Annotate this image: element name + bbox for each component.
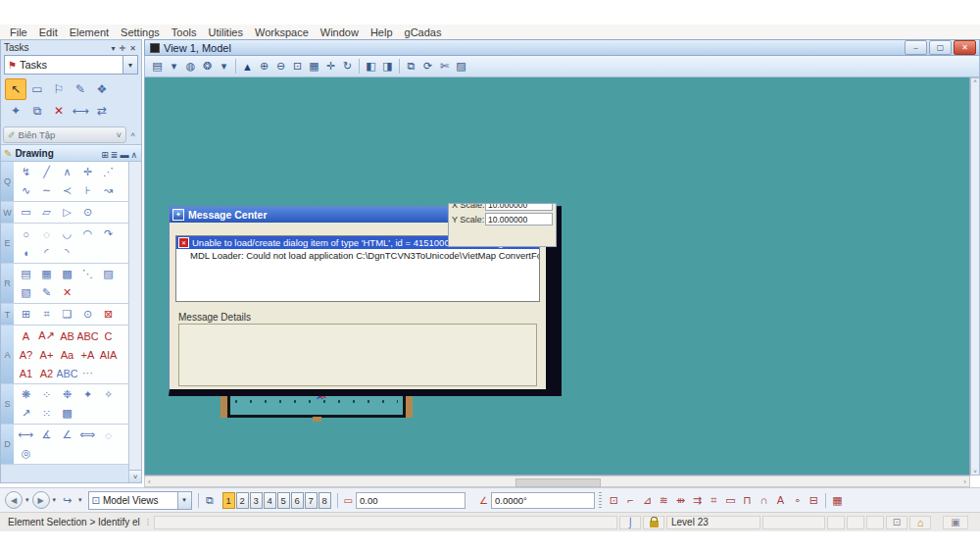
modify-arc-angle-icon[interactable]: ◜ <box>36 243 57 262</box>
scroll-down-button[interactable]: ˅ <box>129 470 141 482</box>
layout-panel-icon[interactable]: ▬ <box>119 150 129 160</box>
change-pattern-icon[interactable]: ✎ <box>36 283 57 302</box>
place-note-icon[interactable]: A↗ <box>36 326 57 345</box>
dimension-width-icon[interactable]: ⟺ <box>77 426 98 444</box>
copy-increment-enter-data-field-icon[interactable]: A2 <box>36 364 57 382</box>
x-scale-field[interactable]: 10.000000 <box>485 203 553 211</box>
clip-volume-icon[interactable]: ✄ <box>436 58 453 75</box>
chevron-down-icon[interactable]: ▾ <box>122 56 137 74</box>
distance-input[interactable] <box>356 492 466 509</box>
place-regular-polygon-icon[interactable]: ⊙ <box>77 203 98 222</box>
place-text-icon[interactable]: A <box>16 326 36 345</box>
place-point-icon[interactable]: ✛ <box>77 163 98 181</box>
label-tool-icon[interactable]: A <box>772 492 789 509</box>
layout-grid-icon[interactable]: ⊞ <box>100 150 110 160</box>
project-explorer-icon[interactable]: ✦ <box>5 100 26 122</box>
status-tray-button[interactable]: ▣ <box>943 516 968 529</box>
bien-tap-section[interactable]: ✐ Biên Tập ˅ <box>3 126 126 143</box>
snap-mode-button[interactable]: ⌡ <box>619 516 641 529</box>
place-text-node-icon[interactable]: +A <box>77 345 98 364</box>
grid-tool-icon[interactable]: ⌗ <box>706 492 722 509</box>
construct-bisector-icon[interactable]: ≺ <box>57 181 77 200</box>
pattern-area-icon[interactable]: ▩ <box>57 265 77 283</box>
place-line-icon[interactable]: ╱ <box>36 163 57 181</box>
view-button-gCadas[interactable]: gCadas <box>399 26 448 38</box>
collapse-chevron-icon[interactable]: ∧ <box>129 150 138 160</box>
place-fence-icon[interactable]: ▭ <box>26 78 48 100</box>
draw-boundary-tool-icon[interactable]: ⌐ <box>622 492 639 509</box>
delete-element-icon[interactable]: ✕ <box>48 100 70 122</box>
crosshatch-area-icon[interactable]: ▦ <box>36 265 57 283</box>
edit-text-icon[interactable]: AB <box>57 326 77 345</box>
view-button-Help[interactable]: Help <box>365 26 399 38</box>
model-views-combo[interactable]: ⊡ Model Views ▾ <box>88 491 192 510</box>
view-button-Edit[interactable]: Edit <box>33 26 64 38</box>
view-button-1[interactable]: 1 <box>222 492 235 509</box>
navigate-forward-button[interactable]: ▶ <box>32 491 50 509</box>
view-button-Tools[interactable]: Tools <box>166 26 203 38</box>
minimize-panel-icon[interactable]: ▾ <box>110 44 118 53</box>
dimension-angle-icon[interactable]: ∡ <box>36 426 57 444</box>
view-attributes-icon[interactable]: ▤ <box>149 58 166 75</box>
view-button-Settings[interactable]: Settings <box>115 26 166 38</box>
place-cell-matrix-icon[interactable]: ⌗ <box>36 305 57 324</box>
tasks-scrollbar[interactable]: ˅ <box>128 162 141 482</box>
scroll-up-button[interactable]: ˄ <box>126 130 139 139</box>
arrow-tool-icon[interactable]: ⇻ <box>672 492 689 509</box>
adjust-view-icon[interactable]: ❂ <box>199 58 216 75</box>
points-along-element-icon[interactable]: ✦ <box>77 385 98 404</box>
locks-button[interactable] <box>643 516 664 529</box>
scroll-right-arrow-icon[interactable]: › <box>963 477 966 486</box>
view-button-3[interactable]: 3 <box>250 492 263 509</box>
change-element-attributes-icon[interactable]: ✎ <box>70 78 91 100</box>
view-button-File[interactable]: File <box>4 26 33 38</box>
place-multiline-icon[interactable]: ∧ <box>57 163 77 181</box>
select-and-place-cell-icon[interactable]: ❏ <box>57 305 77 324</box>
view-button-5[interactable]: 5 <box>277 492 290 509</box>
place-block-icon[interactable]: ▭ <box>16 203 36 222</box>
view-previous-icon[interactable]: ◧ <box>363 58 379 75</box>
view-horizontal-scrollbar[interactable]: ‹ › <box>144 476 970 487</box>
place-ellipse-icon[interactable]: ◌ <box>36 225 57 243</box>
angle-lock-icon[interactable]: ∠ <box>479 495 488 506</box>
dropdown-arrow-icon[interactable]: ▾ <box>166 58 182 75</box>
dimension-angle-size-icon[interactable]: ∠ <box>57 426 77 444</box>
render-mode-icon[interactable]: ◍ <box>182 58 199 75</box>
construct-points-icon[interactable]: ❋ <box>16 385 36 404</box>
copy-increment-text-icon[interactable]: AIA <box>98 345 119 364</box>
construct-point-at-intersection-icon[interactable]: ❉ <box>57 385 77 404</box>
change-case-icon[interactable]: Aa <box>57 345 77 364</box>
view-titlebar[interactable]: View 1, Model –▢✕ <box>144 39 980 56</box>
triangle-tool-icon[interactable]: ⊿ <box>639 492 656 509</box>
selection-set-button[interactable]: ⊡ <box>886 516 907 529</box>
scroll-down-arrow-icon[interactable]: ˅ <box>973 469 977 475</box>
hatch-area-icon[interactable]: ▤ <box>16 265 36 283</box>
point-tool-icon[interactable]: ∘ <box>789 492 806 509</box>
view-button-Utilities[interactable]: Utilities <box>203 26 249 38</box>
references-icon[interactable]: ⧉ <box>26 100 48 122</box>
fill-enter-data-field-icon[interactable]: ABC <box>57 364 77 382</box>
replace-cell-icon[interactable]: ⊠ <box>98 305 119 324</box>
zoom-in-icon[interactable]: ⊕ <box>256 58 272 75</box>
define-cell-origin-icon[interactable]: ⊙ <box>77 305 98 324</box>
y-scale-field[interactable]: 10.000000 <box>485 213 553 226</box>
view-history-icon[interactable]: ↪ <box>59 492 75 509</box>
rotate-view-icon[interactable]: ↻ <box>339 58 356 75</box>
place-circle-icon[interactable]: ○ <box>16 225 36 243</box>
contour-tool-icon[interactable]: ≋ <box>656 492 672 509</box>
place-point-string-icon[interactable]: ⋰ <box>98 163 119 181</box>
zoom-out-icon[interactable]: ⊖ <box>272 58 289 75</box>
dropdown-arrow-icon[interactable]: ▾ <box>216 58 232 75</box>
tasks-combo[interactable]: ⚑ Tasks ▾ <box>4 55 138 75</box>
close-icon[interactable]: ✕ <box>127 44 138 53</box>
place-arc-icon[interactable]: ◡ <box>57 225 77 243</box>
point-at-distance-icon[interactable]: ✧ <box>98 385 119 404</box>
view-groups-icon[interactable]: ⧉ <box>202 492 219 509</box>
arc-tool-icon[interactable]: ∩ <box>756 492 772 509</box>
place-shape-icon[interactable]: ▱ <box>36 203 57 222</box>
close-button[interactable]: ✕ <box>954 40 976 55</box>
match-text-attributes-icon[interactable]: A+ <box>36 345 57 364</box>
place-orthogonal-shape-icon[interactable]: ▷ <box>57 203 77 222</box>
point-grid-icon[interactable]: ⁘ <box>36 385 57 404</box>
modify-arc-radius-icon[interactable]: ◖ <box>16 243 36 262</box>
